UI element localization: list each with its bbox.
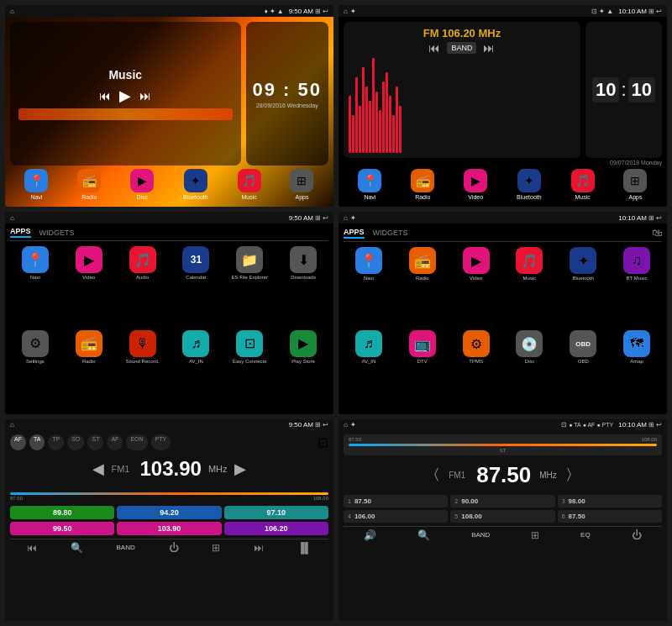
tab-apps-p3[interactable]: APPS: [10, 227, 31, 238]
back-icon[interactable]: ↩: [323, 8, 328, 15]
tab-apps-p4[interactable]: APPS: [344, 228, 365, 239]
band-button[interactable]: BAND: [447, 42, 476, 54]
app-disc-p1[interactable]: ▶ Disc: [130, 169, 154, 200]
clock-time: 09 : 50: [253, 79, 323, 101]
fm-preset-3[interactable]: 97.10: [224, 506, 328, 519]
home-icon[interactable]: ⌂: [10, 8, 14, 15]
fm2-preset-2[interactable]: 290.00: [450, 495, 554, 508]
app-video-p4[interactable]: ▶Video: [451, 247, 501, 327]
app-radio-p1[interactable]: 📻 Radio: [77, 169, 101, 200]
prev-button[interactable]: ⏮: [99, 89, 111, 103]
tab-widgets-p3[interactable]: WIDGETS: [39, 229, 75, 237]
app-bt-p4[interactable]: ✦Bluetooth: [558, 247, 608, 327]
fm-preset-2[interactable]: 94.20: [117, 506, 221, 519]
fm-preset-6[interactable]: 106.20: [224, 522, 328, 535]
radio-prev[interactable]: ⏮: [428, 41, 440, 55]
fm2-preset-1[interactable]: 187.50: [344, 495, 448, 508]
home-icon-p2[interactable]: ⌂: [344, 8, 348, 15]
home-icon-p4[interactable]: ⌂: [344, 214, 348, 222]
app-bt-p2[interactable]: ✦ Bluetooth: [517, 169, 542, 200]
app-disc-p4[interactable]: 💿Disc: [504, 330, 554, 410]
back3-icon[interactable]: ↩: [323, 214, 328, 222]
app-easycnct-grid[interactable]: ⊡Easy Connecte: [224, 330, 275, 411]
radio-next[interactable]: ⏭: [483, 41, 495, 55]
app-apps-p2[interactable]: ⊞ Apps: [623, 169, 647, 200]
app-playstore-grid[interactable]: ▶Play Store: [278, 330, 328, 411]
fm2-preset-4[interactable]: 4106.00: [344, 510, 448, 523]
app-dtv-p4[interactable]: 📺DTV: [397, 330, 448, 410]
app-audio-grid[interactable]: 🎵Audio: [118, 246, 168, 327]
app-video-p2[interactable]: ▶ Video: [464, 169, 487, 200]
eon-btn[interactable]: EON: [126, 434, 147, 450]
eq2-label[interactable]: EQ: [580, 531, 591, 539]
app-calendar-grid[interactable]: 31Calendar: [171, 246, 221, 327]
ta-btn[interactable]: TA: [29, 434, 45, 450]
fm-prev-arrow[interactable]: ◀: [92, 460, 104, 478]
app-soundrec-grid[interactable]: 🎙Sound Record.: [118, 330, 168, 411]
skip-icon[interactable]: ⏭: [254, 542, 264, 554]
fm2-freq-row: 〈 FM1 87.50 MHz 〉: [344, 462, 662, 488]
power2-icon[interactable]: ⏻: [632, 529, 642, 541]
grid2-icon[interactable]: ⊞: [531, 529, 539, 541]
fm2-preset-6[interactable]: 687.50: [558, 510, 662, 523]
app-avin-p4[interactable]: ♬AV_IN: [344, 330, 394, 410]
play-button[interactable]: ▶: [119, 87, 131, 105]
app-avin-grid[interactable]: ♬AV_IN: [171, 330, 221, 411]
back6-icon[interactable]: ↩: [656, 421, 662, 429]
app-music-p4[interactable]: 🎵Music: [504, 247, 554, 327]
back4-icon[interactable]: ↩: [656, 214, 662, 222]
search2-icon[interactable]: 🔍: [417, 529, 430, 541]
app-btmusic-p4[interactable]: ♫BT Music: [612, 247, 662, 327]
app-navi-grid[interactable]: 📍Navi: [10, 246, 60, 327]
app-navi-p2[interactable]: 📍 Navi: [358, 169, 381, 200]
home-icon-p3[interactable]: ⌂: [10, 214, 14, 222]
app-music-p1[interactable]: 🎵 Music: [238, 169, 261, 200]
app-music-p2[interactable]: 🎵 Music: [571, 169, 595, 200]
app-obd-p4[interactable]: OBDOBD: [558, 330, 608, 410]
app-radio-p2[interactable]: 📻 Radio: [411, 169, 434, 200]
app-apps-p1[interactable]: ⊞ Apps: [290, 169, 313, 200]
app-settings-grid[interactable]: ⚙Settings: [10, 330, 60, 411]
app-radio-grid[interactable]: 📻Radio: [64, 330, 114, 411]
home-icon-p5[interactable]: ⌂: [10, 421, 14, 429]
band2-label[interactable]: BAND: [471, 531, 490, 539]
band-bottom-label[interactable]: BAND: [117, 544, 135, 551]
app-tpms-p4[interactable]: ⚙TPMS: [451, 330, 501, 410]
fm-next-arrow[interactable]: ▶: [234, 460, 246, 478]
app-bt-p1[interactable]: ✦ Bluetooth: [183, 169, 208, 200]
back-track-icon[interactable]: ⏮: [27, 542, 37, 554]
app-navi-p1[interactable]: 📍 Navi: [24, 169, 48, 200]
settings-icon-p2[interactable]: ✦: [350, 8, 356, 15]
fm2-prev-arrow[interactable]: 〈: [425, 465, 440, 485]
home-icon-p6[interactable]: ⌂: [344, 421, 348, 429]
bt-icon: ✦: [270, 8, 276, 15]
fm2-next-arrow[interactable]: 〉: [565, 465, 580, 485]
vol-icon[interactable]: 🔊: [364, 529, 376, 541]
app-downloads-grid[interactable]: ⬇Downloads: [278, 246, 328, 327]
eq-icon[interactable]: ▐▌: [297, 542, 312, 554]
back2-icon[interactable]: ↩: [656, 8, 662, 15]
app-amap-p4[interactable]: 🗺Amap: [612, 330, 662, 410]
next-button[interactable]: ⏭: [139, 89, 151, 103]
app-navi-p4[interactable]: 📍Navi: [344, 247, 394, 327]
af2-btn[interactable]: AF: [107, 434, 123, 450]
pty-btn[interactable]: PTY: [151, 434, 171, 450]
store-corner-icon[interactable]: 🛍: [652, 227, 662, 239]
st-btn[interactable]: ST: [87, 434, 103, 450]
fm-preset-5[interactable]: 103.90: [117, 522, 221, 535]
fm2-preset-3[interactable]: 398.00: [558, 495, 662, 508]
grid-icon[interactable]: ⊞: [212, 542, 220, 554]
power-icon[interactable]: ⏻: [169, 542, 179, 554]
fm-preset-1[interactable]: 89.80: [10, 506, 114, 519]
app-video-grid[interactable]: ▶Video: [64, 246, 114, 327]
fm2-preset-5[interactable]: 5108.00: [450, 510, 554, 523]
fm-preset-4[interactable]: 99.50: [10, 522, 114, 535]
af-btn[interactable]: AF: [10, 434, 26, 450]
app-radio-p4[interactable]: 📻Radio: [397, 247, 448, 327]
app-esfile-grid[interactable]: 📁ES File Explorer: [224, 246, 275, 327]
search-icon[interactable]: 🔍: [71, 542, 83, 554]
back5-icon[interactable]: ↩: [323, 421, 328, 429]
tp-btn[interactable]: TP: [48, 434, 64, 450]
tab-widgets-p4[interactable]: WIDGETS: [373, 229, 408, 237]
so-btn[interactable]: SO: [67, 434, 84, 450]
